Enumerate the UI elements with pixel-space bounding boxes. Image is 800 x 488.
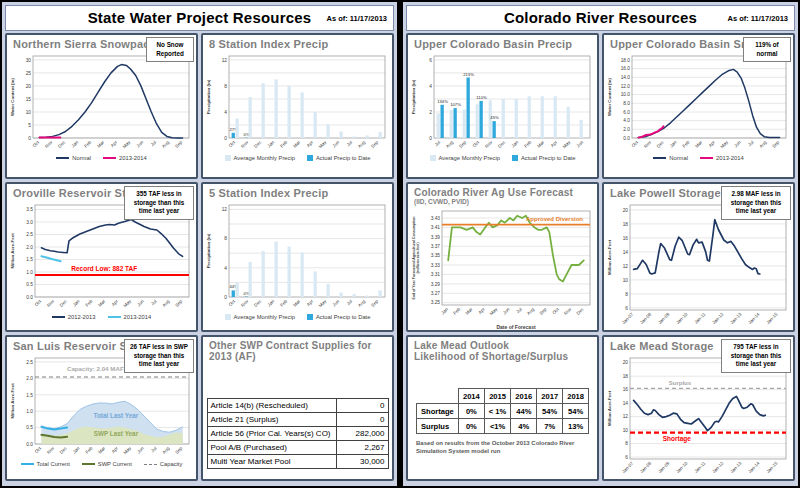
legend-label: SWP Current [98,461,132,467]
san-luis-storage-note: 26 TAF less in SWP storage than this tim… [124,339,194,373]
panel-title: Upper Colorado Basin Precip [410,38,595,50]
chart-legend: Average Monthly PrecipActual Precip to D… [410,155,595,161]
svg-text:15: 15 [26,97,32,102]
table-row: Article 21 (Surplus)0 [207,413,388,427]
table-row: Article 14(b) (Rescheduled)0 [207,399,388,413]
svg-text:Precipitation (in): Precipitation (in) [206,79,211,114]
table-cell: 54% [537,404,563,419]
legend-label: 2013-2014 [119,155,147,161]
legend-marker [82,463,95,465]
svg-text:2.0: 2.0 [26,376,33,381]
legend-item: 2013-2014 [103,155,147,161]
svg-text:213%: 213% [463,72,474,77]
svg-text:12: 12 [222,207,228,212]
svg-text:Dec: Dec [575,306,585,316]
svg-text:Jan-10: Jan-10 [675,311,689,325]
svg-text:Jan: Jan [72,298,81,307]
svg-text:Dec: Dec [656,139,666,149]
panel-title: Colorado River Ag Use Forecast [410,187,595,198]
svg-text:Oct: Oct [551,306,560,315]
svg-text:Oct: Oct [228,139,237,148]
svg-text:Oct: Oct [34,298,43,307]
svg-text:Jun: Jun [136,445,145,454]
svg-text:2.0: 2.0 [623,127,630,132]
svg-text:110%: 110% [476,95,487,100]
svg-text:Jul: Jul [150,446,158,454]
svg-text:Jan-11: Jan-11 [693,311,706,324]
svg-text:Mar: Mar [97,445,106,454]
panel-8-station-index-precip: 8 Station Index Precip 04812OctNovDecJan… [201,33,394,179]
legend-item: 2013-2014 [700,155,744,161]
legend-label: Normal [669,155,688,161]
legend-item: Normal [653,155,688,161]
svg-text:Jan-08: Jan-08 [639,460,653,474]
table-cell: Article 56 (Prior Cal. Years(s) CO) [207,427,336,441]
svg-text:10: 10 [623,428,629,433]
svg-text:Sep: Sep [771,139,781,149]
swp-section: State Water Project Resources As of: 11/… [2,2,397,486]
table-cell: Shortage [416,404,458,419]
table-cell: 30,000 [336,455,388,469]
legend-label: 2012-2013 [68,314,96,320]
table-header-cell: 2018 [563,389,589,404]
legend-item: Normal [56,155,91,161]
svg-text:Capacity: 2.04 MAF: Capacity: 2.04 MAF [67,365,124,372]
svg-text:3.35: 3.35 [431,253,441,258]
svg-text:Apr: Apr [111,298,120,307]
legend-item: Actual Precip to Date [307,155,370,161]
svg-text:Jul: Jul [515,307,523,315]
svg-text:8: 8 [224,84,227,89]
panel-title: Other SWP Contract Supplies for 2013 (AF… [205,340,390,362]
svg-text:2.0: 2.0 [26,245,33,250]
svg-text:Jan-07: Jan-07 [621,460,635,474]
svg-text:3.31: 3.31 [431,272,441,277]
table-row: Surplus0%<1%4%7%13% [416,419,588,434]
svg-text:14: 14 [623,250,629,255]
crr-header: Colorado River Resources As of: 11/17/20… [406,5,795,31]
svg-text:Oct: Oct [228,298,237,307]
legend-label: Average Monthly Precip [439,155,500,161]
svg-text:Jan-08: Jan-08 [639,311,653,325]
svg-text:Sep: Sep [174,445,184,455]
legend-marker [21,463,34,465]
svg-text:Jan-14: Jan-14 [747,311,761,325]
svg-text:Sep: Sep [174,139,184,149]
svg-text:3.29: 3.29 [431,282,441,287]
svg-text:1.5: 1.5 [26,393,33,398]
svg-text:3.39: 3.39 [431,235,441,240]
svg-text:Dec: Dec [59,298,69,308]
svg-text:30: 30 [26,58,32,63]
svg-text:Jan-15: Jan-15 [765,460,779,474]
svg-text:Jan: Jan [511,139,520,148]
swp-as-of-date: As of: 11/17/2013 [327,14,387,23]
svg-text:Dec: Dec [253,298,263,308]
svg-text:Jan: Jan [669,139,678,148]
svg-text:Apr: Apr [306,298,315,307]
panel-title-line1: Lake Mead Outlook [410,340,595,351]
svg-text:Jan-09: Jan-09 [657,460,671,474]
svg-text:Oct: Oct [32,139,41,148]
legend-marker [700,157,713,159]
panel-title: 5 Station Index Precip [205,187,390,199]
svg-text:Mar: Mar [97,298,106,307]
table-cell: 0 [336,399,388,413]
svg-text:Oct: Oct [631,139,640,148]
svg-text:Precipitation (in): Precipitation (in) [206,233,211,268]
svg-text:8.0: 8.0 [623,101,630,106]
svg-text:Nov: Nov [46,298,56,308]
panel-upper-colorado-basin-snowpack: Upper Colorado Basin Snowpack 119% of no… [602,33,795,179]
svg-text:0.0: 0.0 [26,295,33,300]
svg-text:Aug: Aug [445,139,455,149]
svg-text:Water Content (in): Water Content (in) [10,78,15,116]
legend-label: Average Monthly Precip [234,155,295,161]
svg-text:16: 16 [623,236,629,241]
legend-marker [144,464,157,465]
svg-text:6: 6 [625,455,628,460]
svg-text:Jan-09: Jan-09 [657,311,671,325]
svg-text:12.0: 12.0 [621,84,631,89]
legend-label: Average Monthly Precip [234,314,295,320]
svg-text:Aug: Aug [161,298,171,308]
svg-text:5: 5 [28,123,31,128]
panel-other-swp-contract-supplies: Other SWP Contract Supplies for 2013 (AF… [201,335,394,481]
svg-text:12: 12 [222,58,228,63]
